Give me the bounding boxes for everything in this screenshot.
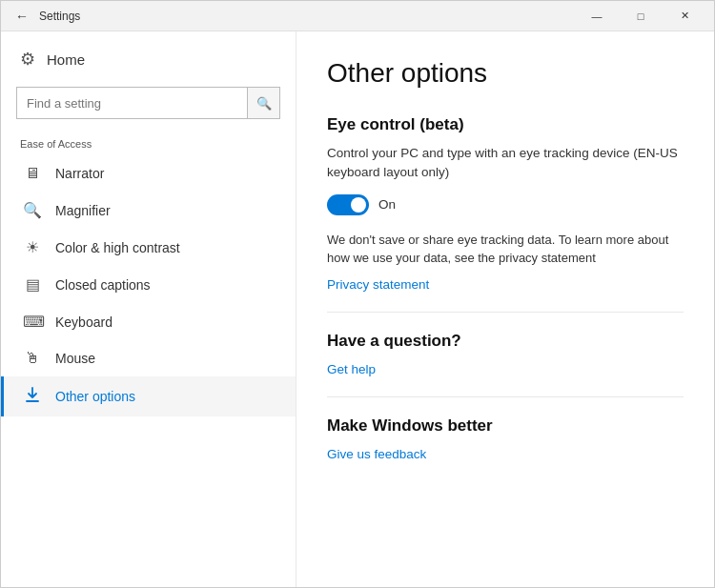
sidebar-item-home[interactable]: ⚙ Home bbox=[1, 39, 296, 79]
divider-1 bbox=[327, 312, 684, 313]
search-icon[interactable]: 🔍 bbox=[247, 88, 279, 118]
search-box: 🔍 bbox=[16, 87, 280, 119]
ease-of-access-label: Ease of Access bbox=[1, 127, 296, 155]
sidebar-item-closed-captions[interactable]: ▤ Closed captions bbox=[1, 266, 296, 303]
content-area: ⚙ Home 🔍 Ease of Access 🖥 Narrator 🔍 Mag… bbox=[1, 31, 714, 587]
close-button[interactable]: ✕ bbox=[663, 1, 706, 31]
back-button[interactable]: ← bbox=[9, 3, 35, 30]
keyboard-label: Keyboard bbox=[55, 314, 112, 330]
captions-icon: ▤ bbox=[23, 275, 42, 294]
get-help-link[interactable]: Get help bbox=[327, 362, 376, 376]
sidebar-item-keyboard[interactable]: ⌨ Keyboard bbox=[1, 303, 296, 340]
search-input[interactable] bbox=[17, 91, 247, 116]
settings-window: ← Settings — □ ✕ ⚙ Home 🔍 Ease of Access bbox=[0, 0, 715, 588]
eye-control-toggle[interactable] bbox=[327, 194, 369, 215]
give-feedback-link[interactable]: Give us feedback bbox=[327, 447, 426, 461]
home-label: Home bbox=[47, 51, 85, 68]
make-better-title: Make Windows better bbox=[327, 416, 684, 436]
main-content: Other options Eye control (beta) Control… bbox=[296, 31, 714, 587]
mouse-label: Mouse bbox=[55, 351, 95, 366]
minimize-button[interactable]: — bbox=[575, 1, 619, 31]
privacy-statement-link[interactable]: Privacy statement bbox=[327, 277, 429, 292]
sidebar: ⚙ Home 🔍 Ease of Access 🖥 Narrator 🔍 Mag… bbox=[1, 31, 296, 587]
other-options-label: Other options bbox=[55, 389, 135, 404]
sidebar-item-narrator[interactable]: 🖥 Narrator bbox=[1, 155, 296, 192]
magnifier-label: Magnifier bbox=[55, 203, 111, 218]
titlebar: ← Settings — □ ✕ bbox=[1, 1, 714, 31]
divider-2 bbox=[327, 396, 684, 397]
privacy-note: We don't save or share eye tracking data… bbox=[327, 231, 684, 268]
eye-control-title: Eye control (beta) bbox=[327, 115, 684, 134]
captions-label: Closed captions bbox=[55, 277, 151, 293]
mouse-icon: 🖱 bbox=[23, 350, 42, 367]
color-icon: ☀ bbox=[23, 238, 42, 256]
question-title: Have a question? bbox=[327, 332, 684, 351]
narrator-icon: 🖥 bbox=[23, 165, 42, 182]
toggle-thumb bbox=[351, 197, 366, 213]
keyboard-icon: ⌨ bbox=[23, 313, 42, 331]
narrator-label: Narrator bbox=[55, 166, 104, 181]
page-title: Other options bbox=[327, 58, 684, 89]
sidebar-item-color-high-contrast[interactable]: ☀ Color & high contrast bbox=[1, 229, 296, 266]
window-controls: — □ ✕ bbox=[575, 1, 706, 31]
other-options-icon bbox=[23, 386, 42, 407]
color-label: Color & high contrast bbox=[55, 240, 180, 255]
window-title: Settings bbox=[39, 10, 80, 23]
sidebar-item-other-options[interactable]: Other options bbox=[1, 376, 296, 416]
eye-control-description: Control your PC and type with an eye tra… bbox=[327, 144, 684, 183]
sidebar-item-mouse[interactable]: 🖱 Mouse bbox=[1, 340, 296, 376]
magnifier-icon: 🔍 bbox=[23, 201, 42, 219]
maximize-button[interactable]: □ bbox=[619, 1, 663, 31]
home-icon: ⚙ bbox=[20, 49, 35, 70]
sidebar-item-magnifier[interactable]: 🔍 Magnifier bbox=[1, 192, 296, 229]
eye-control-toggle-row: On bbox=[327, 194, 684, 215]
toggle-state-label: On bbox=[378, 197, 396, 212]
